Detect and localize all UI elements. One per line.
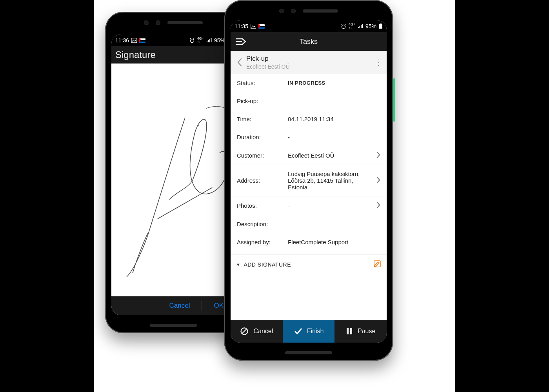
overflow-menu-icon[interactable]: ⋮ [373,58,384,67]
finish-task-label: Finish [307,328,324,335]
cancel-task-label: Cancel [253,328,273,335]
page-title-text: Signature [115,49,156,60]
value-address: Ludvig Puusepa kaksiktorn, Lõõtsa 2b, 11… [288,171,373,191]
chevron-right-icon [376,177,380,184]
svg-point-5 [342,25,345,29]
phone-chin [150,324,197,327]
value-assigned: FleetComplete Support [288,239,380,245]
alarm-icon [341,24,346,29]
svg-rect-7 [380,24,382,24]
task-footer: Cancel Finish Pause [231,320,387,343]
label-pickup: Pick-up: [237,98,288,104]
label-assigned: Assigned by: [237,239,288,245]
label-status: Status: [237,80,288,86]
cancel-task-button[interactable]: Cancel [231,320,283,343]
network-4g-icon: 4G+↑↓ [197,37,204,44]
label-customer: Customer: [237,152,288,159]
task-subtitle: Ecofleet Eesti OÜ [246,64,373,70]
status-bar: 11:35 4G+↑↓ 95% [231,20,387,32]
alarm-icon [189,38,195,43]
gallery-icon [131,38,137,43]
check-icon [294,327,302,336]
row-duration: Duration: - [231,128,387,146]
battery-icon [379,24,383,29]
section-gap [231,251,387,255]
label-duration: Duration: [237,134,288,140]
page-title: Signature [111,46,235,64]
edge-indicator [393,78,395,122]
row-address[interactable]: Address: Ludvig Puusepa kaksiktorn, Lõõt… [231,165,387,196]
row-time: Time: 04.11.2019 11:34 [231,110,387,128]
label-description: Description: [237,221,288,227]
app-bar: Tasks [231,32,387,51]
chevron-right-icon [376,152,380,159]
label-time: Time: [237,116,288,122]
add-signature-row[interactable]: ▼ ADD SIGNATURE [231,255,387,274]
caret-down-icon: ▼ [236,262,240,267]
phone-signature: 11:36 4G+↑↓ 95% [105,12,242,333]
phone-chin [285,351,332,354]
svg-rect-6 [379,24,382,29]
status-battery: 95% [214,37,225,44]
flag-icon [258,24,265,29]
phone-sensors [279,9,338,13]
svg-rect-11 [347,328,349,334]
add-signature-label: ADD SIGNATURE [244,261,291,268]
status-time: 11:35 [235,23,248,29]
back-button[interactable] [233,58,246,67]
edit-icon[interactable] [373,260,381,269]
pause-icon [346,327,353,335]
gallery-icon [251,24,256,29]
row-status: Status: IN PROGRESS [231,74,387,92]
appbar-title: Tasks [249,38,384,46]
signal-icon [358,24,363,29]
signature-actions: Cancel OK [111,296,235,315]
signature-canvas[interactable] [111,64,235,296]
task-title: Pick-up [246,55,373,63]
finish-task-button[interactable]: Finish [283,320,335,343]
value-duration: - [288,134,380,140]
row-customer[interactable]: Customer: Ecofleet Eesti OÜ [231,146,387,165]
status-time: 11:36 [115,37,129,44]
task-detail-list: Status: IN PROGRESS Pick-up: Time: 04.11… [231,74,387,320]
screen-signature: 11:36 4G+↑↓ 95% [111,34,235,315]
row-photos[interactable]: Photos: - [231,196,387,215]
svg-rect-4 [251,24,256,29]
signal-icon [206,38,212,43]
label-address: Address: [237,177,288,184]
row-pickup: Pick-up: [231,92,387,110]
cancel-button[interactable]: Cancel [158,296,202,315]
phone-tasks: 11:35 4G+↑↓ 95% [224,0,393,361]
svg-point-1 [190,39,194,43]
flag-icon [139,38,145,43]
svg-line-10 [242,329,247,334]
row-assigned: Assigned by: FleetComplete Support [231,233,387,251]
network-4g-icon: 4G+↑↓ [349,23,355,30]
value-status: IN PROGRESS [288,80,380,86]
phone-sensors [144,20,203,25]
task-subheader: Pick-up Ecofleet Eesti OÜ ⋮ [231,51,387,74]
pause-task-button[interactable]: Pause [334,320,387,343]
svg-rect-12 [350,328,352,334]
screen-tasks: 11:35 4G+↑↓ 95% [231,20,387,343]
menu-toggle-icon[interactable] [233,38,249,45]
status-bar: 11:36 4G+↑↓ 95% [111,34,235,46]
svg-rect-8 [374,261,380,267]
svg-rect-0 [131,38,137,43]
row-description: Description: [231,215,387,233]
label-photos: Photos: [237,202,288,209]
value-time: 04.11.2019 11:34 [288,116,380,122]
chevron-right-icon [376,202,380,209]
value-customer: Ecofleet Eesti OÜ [288,152,373,159]
pause-task-label: Pause [358,328,375,335]
signature-stroke [111,64,235,296]
cancel-icon [240,327,249,336]
stage: 11:36 4G+↑↓ 95% [94,0,455,392]
value-photos: - [288,202,373,209]
status-battery: 95% [365,23,376,29]
